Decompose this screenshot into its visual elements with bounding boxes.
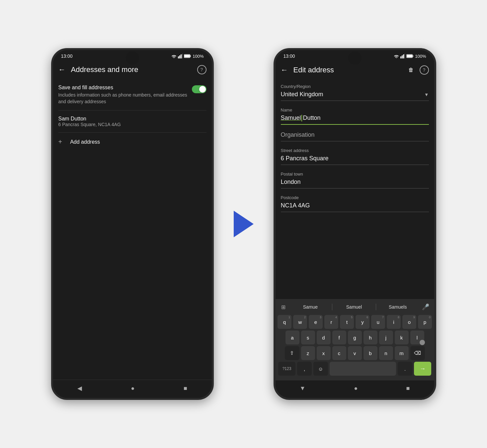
key-period[interactable]: .: [398, 362, 412, 376]
key-emoji[interactable]: ☺: [313, 362, 328, 376]
address-entry[interactable]: Sam Dutton 6 Pancras Square, NC1A 4AG: [58, 111, 206, 133]
delete-button[interactable]: 🗑: [405, 64, 417, 76]
notch-1: [126, 51, 139, 65]
svg-rect-3: [182, 54, 183, 58]
toggle-title: Save and fill addresses: [58, 85, 188, 91]
key-t[interactable]: t5: [340, 315, 354, 329]
country-field-section: Country/Region United Kingdom ▼: [281, 80, 429, 104]
key-v[interactable]: v: [348, 346, 362, 360]
phone-2: 13:00 100% ← Edit address 🗑 ? Country/Re…: [274, 48, 436, 400]
key-b[interactable]: b: [364, 346, 377, 360]
key-e[interactable]: e3: [309, 315, 323, 329]
key-z[interactable]: z: [301, 346, 315, 360]
svg-rect-5: [184, 55, 190, 57]
battery-icon-1: [184, 54, 191, 58]
key-p[interactable]: p0: [418, 315, 432, 329]
name-field-section: Name SamuelDutton: [281, 104, 429, 127]
key-o[interactable]: o9: [402, 315, 416, 329]
organisation-label: Organisation: [281, 131, 315, 138]
country-dropdown[interactable]: United Kingdom ▼: [281, 91, 429, 101]
wifi-icon-1: [171, 54, 177, 58]
svg-rect-6: [190, 55, 191, 57]
status-time-2: 13:00: [284, 53, 295, 59]
mic-icon[interactable]: 🎤: [420, 301, 432, 313]
svg-rect-12: [407, 55, 412, 57]
nav-home-1[interactable]: ●: [124, 384, 141, 393]
key-n[interactable]: n: [379, 346, 393, 360]
add-address-row[interactable]: + Add address: [58, 133, 206, 151]
wifi-icon-2: [394, 54, 399, 58]
key-g[interactable]: g: [348, 331, 362, 344]
suggestion-samuel[interactable]: Samuel: [332, 302, 376, 312]
key-u[interactable]: u7: [371, 315, 385, 329]
key-space[interactable]: [330, 362, 396, 376]
form-content: Country/Region United Kingdom ▼ Name Sam…: [276, 80, 434, 299]
key-numeric[interactable]: ?123: [278, 362, 295, 376]
suggestions-row: ⊞ Samue Samuel Samuels 🎤: [277, 301, 433, 313]
postal-town-label: Postal town: [281, 172, 429, 177]
suggestion-samuels[interactable]: Samuels: [376, 302, 420, 312]
battery-pct-1: 100%: [193, 54, 203, 59]
svg-rect-7: [400, 56, 401, 58]
nav-recent-1[interactable]: ■: [177, 384, 194, 393]
key-a[interactable]: a: [285, 331, 299, 344]
postcode-field[interactable]: NC1A 4AG: [281, 202, 429, 212]
flow-arrow: [234, 211, 254, 237]
text-cursor: [301, 115, 302, 121]
name-field[interactable]: SamuelDutton: [281, 114, 429, 125]
keyboard-grid-icon[interactable]: ⊞: [278, 302, 289, 312]
key-s[interactable]: s: [301, 331, 315, 344]
key-l[interactable]: l: [410, 331, 424, 344]
nav-home-2[interactable]: ●: [348, 384, 365, 393]
key-i[interactable]: i8: [387, 315, 401, 329]
key-f[interactable]: f: [332, 331, 346, 344]
notch-2: [348, 51, 362, 65]
svg-rect-2: [181, 54, 182, 58]
key-r[interactable]: r4: [324, 315, 338, 329]
key-j[interactable]: j: [379, 331, 393, 344]
status-icons-2: 100%: [394, 54, 426, 59]
keyboard-row-1: q1 w2 e3 r4 t5 y6 u7 i8 o9 p0: [277, 315, 433, 329]
battery-pct-2: 100%: [415, 54, 426, 59]
nav-back-1[interactable]: ◀: [71, 383, 89, 393]
key-m[interactable]: m: [395, 346, 409, 360]
nav-back-2[interactable]: ▼: [293, 384, 312, 393]
street-field[interactable]: 6 Pancras Square: [281, 155, 429, 165]
organisation-field[interactable]: Organisation: [281, 131, 429, 141]
key-d[interactable]: d: [317, 331, 331, 344]
screen-1: ← Addresses and more ? Save and fill add…: [53, 60, 212, 398]
help-button-1[interactable]: ?: [197, 65, 206, 74]
help-button-2[interactable]: ?: [420, 65, 429, 75]
country-label: Country/Region: [281, 84, 429, 89]
back-button-1[interactable]: ←: [58, 64, 68, 75]
arrow-container: [234, 211, 254, 237]
suggestion-samue[interactable]: Samue: [289, 302, 332, 312]
key-action[interactable]: →: [414, 362, 431, 376]
back-button-2[interactable]: ←: [281, 64, 291, 76]
postal-town-field-section: Postal town London: [281, 168, 429, 191]
organisation-field-section: Organisation: [281, 127, 429, 144]
key-delete[interactable]: ⌫: [410, 346, 425, 360]
key-k[interactable]: k: [395, 331, 409, 344]
key-x[interactable]: x: [317, 346, 331, 360]
postal-town-field[interactable]: London: [281, 179, 429, 188]
add-address-label: Add address: [70, 139, 100, 145]
street-field-section: Street address 6 Pancras Square: [281, 144, 429, 168]
address-name: Sam Dutton: [58, 116, 206, 122]
key-c[interactable]: c: [332, 346, 346, 360]
key-w[interactable]: w2: [293, 315, 307, 329]
svg-rect-1: [179, 55, 180, 58]
key-y[interactable]: y6: [356, 315, 369, 329]
key-q[interactable]: q1: [278, 315, 291, 329]
key-comma[interactable]: ,: [297, 362, 312, 376]
postcode-field-section: Postcode NC1A 4AG: [281, 191, 429, 215]
nav-recent-2[interactable]: ■: [400, 384, 417, 393]
toggle-switch[interactable]: [192, 85, 206, 93]
nav-bar-2: ▼ ● ■: [276, 380, 434, 398]
key-h[interactable]: h: [364, 331, 377, 344]
keyboard: ⊞ Samue Samuel Samuels 🎤 q1 w2 e3 r4 t5 …: [276, 299, 434, 380]
postcode-label: Postcode: [281, 195, 429, 200]
toggle-text: Save and fill addresses Includes informa…: [58, 85, 188, 105]
key-shift[interactable]: ⇧: [285, 346, 299, 360]
nav-bar-1: ◀ ● ■: [53, 380, 212, 398]
